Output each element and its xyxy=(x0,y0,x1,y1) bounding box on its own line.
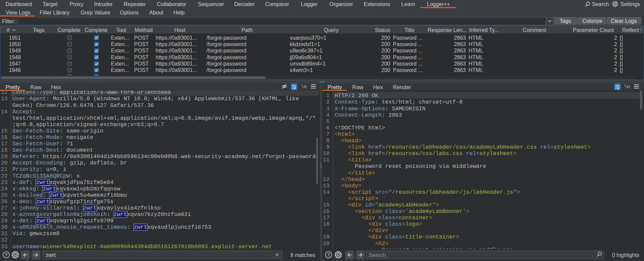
svg-text:?: ? xyxy=(5,253,8,257)
svg-text:?: ? xyxy=(327,253,330,257)
